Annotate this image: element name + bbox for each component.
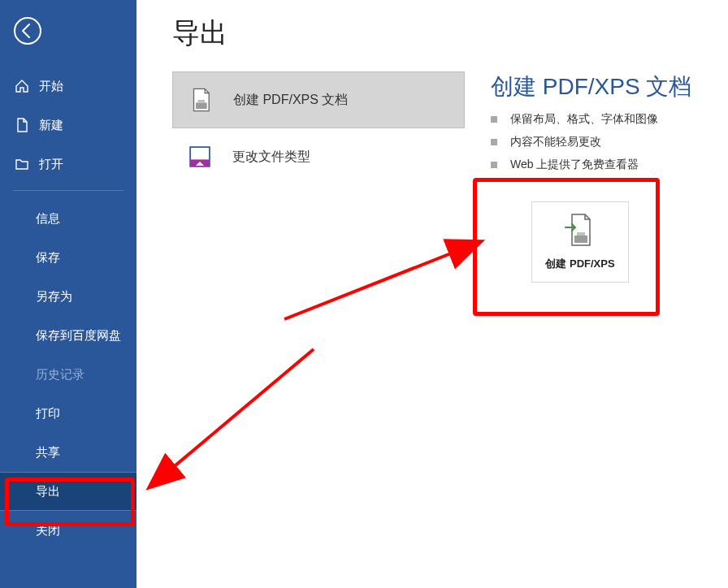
option-label: 创建 PDF/XPS 文档 — [233, 92, 348, 109]
option-create-pdf-xps[interactable]: 创建 PDF/XPS 文档 — [172, 71, 465, 128]
home-icon — [15, 79, 29, 93]
export-detail: 创建 PDF/XPS 文档 保留布局、格式、字体和图像 内容不能轻易更改 Web… — [465, 71, 692, 283]
sidebar-item-save[interactable]: 保存 — [0, 238, 136, 277]
svg-rect-1 — [196, 102, 207, 109]
new-file-icon — [15, 118, 29, 132]
sidebar-item-export[interactable]: 导出 — [0, 472, 136, 511]
back-arrow-icon — [13, 16, 42, 45]
open-folder-icon — [15, 157, 29, 171]
export-options: 创建 PDF/XPS 文档 更改文件类型 — [172, 71, 465, 283]
page-title: 导出 — [172, 15, 692, 52]
detail-bullet: 保留布局、格式、字体和图像 — [491, 112, 692, 127]
detail-title: 创建 PDF/XPS 文档 — [491, 71, 692, 102]
back-button[interactable] — [11, 15, 44, 47]
sidebar-divider — [13, 190, 124, 191]
sidebar-label: 打开 — [39, 157, 63, 172]
sidebar-item-share[interactable]: 共享 — [0, 433, 136, 472]
bullet-text: Web 上提供了免费查看器 — [510, 158, 639, 172]
bullet-text: 保留布局、格式、字体和图像 — [510, 112, 658, 127]
option-change-file-type[interactable]: 更改文件类型 — [172, 128, 465, 185]
detail-bullet: 内容不能轻易更改 — [491, 135, 692, 149]
sidebar-item-new[interactable]: 新建 — [0, 106, 136, 145]
sidebar-label: 保存 — [36, 250, 60, 266]
sidebar-item-close[interactable]: 关闭 — [0, 511, 136, 550]
bullet-text: 内容不能轻易更改 — [510, 135, 601, 149]
sidebar-label: 新建 — [39, 118, 63, 133]
sidebar-item-history: 历史记录 — [0, 355, 136, 394]
sidebar-label: 历史记录 — [36, 367, 84, 383]
main-content: 导出 创建 PDF/XPS 文档 — [136, 0, 728, 588]
sidebar-label: 共享 — [36, 445, 60, 460]
svg-rect-6 — [577, 232, 585, 236]
option-label: 更改文件类型 — [232, 149, 310, 166]
sidebar-label: 信息 — [36, 211, 60, 227]
backstage-sidebar: 开始 新建 打开 信息 保存 另存为 保存到百度网盘 历史记录 — [0, 0, 136, 588]
svg-rect-2 — [198, 100, 206, 102]
sidebar-label: 另存为 — [36, 289, 72, 305]
svg-point-0 — [15, 18, 41, 44]
change-file-type-icon — [184, 141, 216, 173]
pdf-document-icon — [184, 84, 217, 116]
bullet-icon — [491, 162, 497, 168]
pdf-export-icon — [564, 213, 596, 249]
bullet-icon — [491, 116, 497, 123]
bullet-icon — [491, 139, 497, 145]
sidebar-label: 打印 — [36, 406, 60, 422]
sidebar-label: 保存到百度网盘 — [36, 328, 121, 344]
sidebar-label: 导出 — [36, 484, 60, 499]
sidebar-item-home[interactable]: 开始 — [0, 67, 136, 106]
sidebar-item-saveas[interactable]: 另存为 — [0, 277, 136, 316]
sidebar-item-info[interactable]: 信息 — [0, 199, 136, 238]
detail-bullet: Web 上提供了免费查看器 — [491, 158, 692, 172]
svg-rect-5 — [574, 236, 587, 243]
sidebar-item-open[interactable]: 打开 — [0, 145, 136, 184]
sidebar-item-save-baidu[interactable]: 保存到百度网盘 — [0, 316, 136, 355]
create-pdf-xps-button[interactable]: 创建 PDF/XPS — [531, 201, 629, 283]
sidebar-item-print[interactable]: 打印 — [0, 394, 136, 433]
sidebar-label: 关闭 — [36, 523, 60, 538]
sidebar-label: 开始 — [39, 79, 63, 94]
create-button-label: 创建 PDF/XPS — [545, 257, 614, 271]
